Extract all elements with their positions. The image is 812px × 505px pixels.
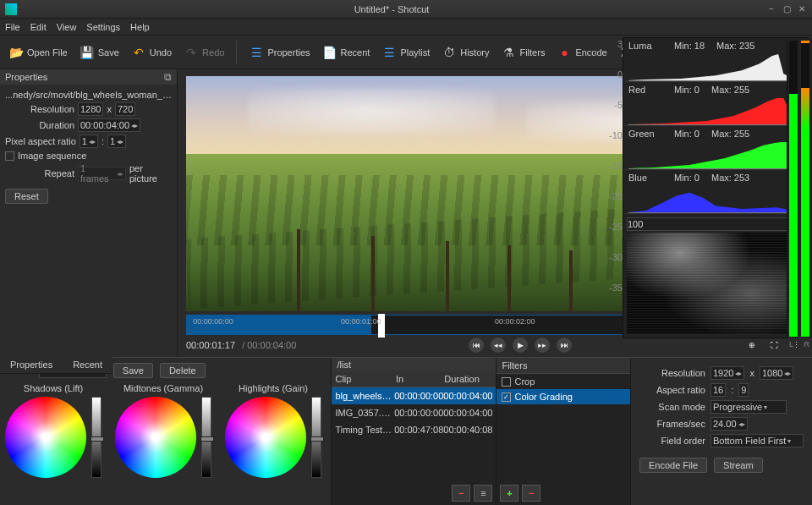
clip-row[interactable]: Timing Testsl...00:00:47:0800:00:40:08	[332, 421, 496, 438]
record-icon: ●	[557, 45, 572, 60]
next-frame-button[interactable]: ▸▸	[535, 338, 550, 353]
audio-meter-left: L	[789, 41, 798, 337]
resolution-width-input[interactable]: 1280	[78, 102, 103, 116]
waveform-scope	[627, 233, 804, 334]
audio-meter-right: R	[801, 41, 809, 337]
luma-histogram	[628, 52, 803, 81]
play-button[interactable]: ▶	[513, 338, 528, 353]
add-filter-button[interactable]: +	[500, 485, 518, 502]
par-b-input[interactable]: 1◂▸	[107, 134, 126, 148]
preset-save-button[interactable]: Save	[113, 363, 153, 378]
clip-row[interactable]: blg_wheels_...00:00:00:0000:00:04:00	[332, 387, 496, 404]
zoom-fit-button[interactable]: ⛶	[766, 338, 782, 353]
tab-properties[interactable]: Properties	[7, 358, 56, 371]
encode-res-w-input[interactable]: 1920◂▸	[710, 366, 744, 380]
remove-filter-button[interactable]: −	[522, 485, 540, 502]
zoom-in-button[interactable]: ⊕	[744, 338, 760, 353]
save-icon: 💾	[80, 45, 95, 60]
skip-end-button[interactable]: ⏭	[557, 338, 572, 353]
image-sequence-label: Image sequence	[18, 151, 86, 161]
video-scopes-panel: LumaMin: 18Max: 235 RedMin: 0Max: 255 Gr…	[623, 37, 809, 338]
filter-row[interactable]: ✓Color Grading	[497, 389, 630, 404]
tab-recent[interactable]: Recent	[69, 358, 106, 371]
highlights-color-wheel[interactable]	[225, 397, 306, 478]
green-histogram	[628, 140, 803, 169]
filters-panel: Filters Crop✓Color Grading + −	[497, 358, 631, 505]
midtones-color-wheel[interactable]	[115, 397, 196, 478]
clip-list-panel: /list ClipInDuration blg_wheels_...00:00…	[332, 358, 497, 505]
filters-button[interactable]: ⚗Filters	[497, 42, 548, 63]
duration-input[interactable]: 00:00:04:00◂▸	[78, 118, 140, 132]
fps-input[interactable]: 24.00◂▸	[710, 417, 748, 431]
minimize-icon[interactable]: −	[766, 4, 776, 14]
shadows-label: Shadows (Lift)	[5, 383, 102, 393]
color-grading-panel: Preset Save Delete Shadows (Lift) Midton…	[0, 358, 332, 505]
db-scale: 30-5-10-15-20-25-30-35	[606, 39, 623, 313]
properties-panel-title: Properties	[5, 72, 47, 82]
history-button[interactable]: ⏱History	[438, 42, 492, 63]
history-icon: ⏱	[442, 45, 457, 60]
close-icon[interactable]: ✕	[797, 4, 807, 14]
panel-close-icon[interactable]: ⧉	[164, 71, 172, 83]
undo-button[interactable]: ↶Undo	[128, 42, 175, 63]
prev-frame-button[interactable]: ◂◂	[491, 338, 506, 353]
image-sequence-checkbox[interactable]	[5, 151, 14, 161]
stream-button[interactable]: Stream	[714, 458, 762, 473]
filter-checkbox[interactable]: ✓	[502, 392, 511, 402]
par-a-input[interactable]: 1◂▸	[80, 134, 98, 148]
clip-row[interactable]: IMG_0357.JPG00:00:00:0000:00:04:00	[332, 404, 496, 421]
highlights-label: Highlights (Gain)	[225, 383, 321, 393]
filter-row[interactable]: Crop	[497, 374, 630, 389]
redo-button[interactable]: ↷Redo	[180, 42, 228, 63]
menu-view[interactable]: View	[57, 22, 77, 32]
highlights-luma-slider[interactable]	[311, 397, 321, 478]
encode-button[interactable]: ●Encode	[553, 42, 610, 63]
cliplist-title: /list	[337, 360, 351, 370]
repeat-frames-input[interactable]: 1 frames◂▸	[78, 167, 126, 180]
open-file-button[interactable]: 📂Open File	[5, 42, 71, 63]
midtones-luma-slider[interactable]	[201, 397, 211, 478]
resolution-height-input[interactable]: 720	[115, 102, 135, 116]
resolution-label: Resolution	[5, 104, 74, 114]
preset-delete-button[interactable]: Delete	[160, 363, 206, 378]
waveform-scale-input[interactable]	[627, 217, 804, 231]
menu-edit[interactable]: Edit	[30, 22, 47, 32]
remove-clip-button[interactable]: −	[452, 485, 470, 502]
window-title: Untitled* - Shotcut	[22, 4, 761, 14]
redo-icon: ↷	[184, 45, 199, 60]
filter-checkbox[interactable]	[502, 377, 511, 387]
repeat-label: Repeat	[5, 168, 74, 178]
maximize-icon[interactable]: ▢	[782, 4, 792, 14]
encode-res-h-input[interactable]: 1080◂▸	[760, 366, 793, 380]
field-order-select[interactable]: Bottom Field First▾	[710, 434, 804, 447]
encode-asp-b-input[interactable]: 9	[738, 383, 749, 397]
shadows-luma-slider[interactable]	[91, 397, 102, 478]
scan-mode-select[interactable]: Progressive▾	[710, 400, 787, 414]
skip-start-button[interactable]: ⏮	[469, 338, 484, 353]
folder-open-icon: 📂	[8, 45, 24, 60]
playlist-button[interactable]: ☰Playlist	[378, 42, 433, 63]
menu-file[interactable]: File	[5, 22, 20, 32]
midtones-label: Midtones (Gamma)	[115, 383, 211, 393]
title-bar: Untitled* - Shotcut − ▢ ✕	[0, 0, 812, 19]
menu-bar: File Edit View Settings Help	[0, 19, 812, 36]
menu-settings[interactable]: Settings	[86, 22, 120, 32]
reset-button[interactable]: Reset	[5, 189, 48, 204]
save-button[interactable]: 💾Save	[76, 42, 123, 63]
playlist-icon: ☰	[381, 45, 397, 60]
list-menu-button[interactable]: ≡	[474, 485, 492, 502]
duration-label: Duration	[5, 120, 74, 130]
filters-icon: ⚗	[501, 45, 516, 60]
encode-file-button[interactable]: Encode File	[639, 458, 707, 473]
undo-icon: ↶	[131, 45, 146, 60]
app-logo-icon	[5, 3, 17, 15]
transport-bar: 00:00:01:17 / 00:00:04:00 ⏮ ◂◂ ▶ ▸▸ ⏭ ⊕ …	[186, 337, 804, 354]
properties-button[interactable]: ☰Properties	[245, 42, 313, 63]
recent-button[interactable]: 📄Recent	[319, 42, 374, 63]
menu-help[interactable]: Help	[130, 22, 150, 32]
shadows-color-wheel[interactable]	[5, 397, 86, 478]
properties-icon: ☰	[249, 45, 264, 60]
encode-asp-a-input[interactable]: 16	[710, 383, 726, 397]
red-histogram	[628, 96, 803, 125]
recent-icon: 📄	[322, 45, 337, 60]
